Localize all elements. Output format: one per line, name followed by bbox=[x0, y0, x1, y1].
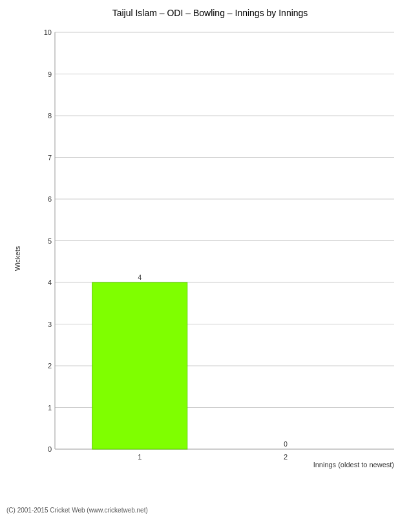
svg-text:2: 2 bbox=[284, 453, 288, 461]
svg-text:4: 4 bbox=[48, 279, 52, 286]
svg-text:5: 5 bbox=[48, 237, 52, 245]
svg-text:1: 1 bbox=[48, 404, 52, 412]
svg-text:2: 2 bbox=[48, 362, 52, 370]
copyright-text: (C) 2001-2015 Cricket Web (www.cricketwe… bbox=[6, 507, 148, 514]
chart-svg: 0123456789104102Innings (oldest to newes… bbox=[36, 26, 407, 469]
svg-text:10: 10 bbox=[44, 28, 52, 36]
svg-text:6: 6 bbox=[48, 195, 52, 203]
svg-text:0: 0 bbox=[284, 441, 288, 448]
svg-text:8: 8 bbox=[48, 112, 52, 120]
svg-text:0: 0 bbox=[48, 445, 52, 453]
svg-text:3: 3 bbox=[48, 321, 52, 328]
plot-area: 0123456789104102Innings (oldest to newes… bbox=[36, 26, 407, 469]
svg-text:7: 7 bbox=[48, 154, 52, 162]
svg-text:Innings (oldest to newest): Innings (oldest to newest) bbox=[313, 461, 394, 469]
chart-title: Taijul Islam – ODI – Bowling – Innings b… bbox=[0, 0, 420, 23]
svg-text:9: 9 bbox=[48, 70, 52, 78]
svg-text:4: 4 bbox=[138, 274, 142, 281]
svg-rect-23 bbox=[92, 282, 187, 449]
svg-text:1: 1 bbox=[138, 453, 142, 461]
chart-container: Taijul Islam – ODI – Bowling – Innings b… bbox=[0, 0, 420, 517]
y-axis-label: Wickets bbox=[14, 246, 21, 271]
